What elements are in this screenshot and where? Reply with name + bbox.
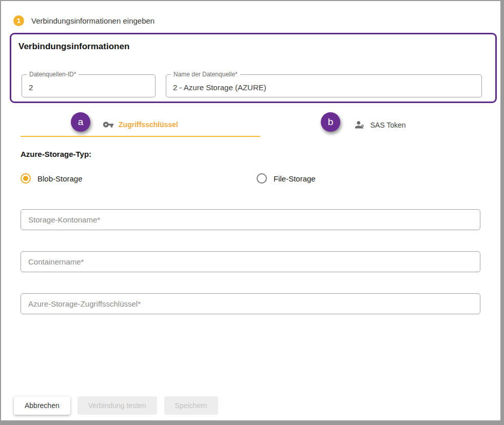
datasource-id-field: Datenquellen-ID* <box>22 74 156 97</box>
radio-file-storage[interactable]: File-Storage <box>257 173 316 184</box>
auth-tabs: Zugriffsschlüssel SAS Token <box>21 113 500 137</box>
radio-file-storage-label: File-Storage <box>274 174 316 183</box>
radio-blob-storage-label: Blob-Storage <box>37 174 83 183</box>
datasource-id-label: Datenquellen-ID* <box>27 71 79 78</box>
tab-zugriffsschluessel[interactable]: Zugriffsschlüssel <box>21 113 260 137</box>
datasource-name-input[interactable] <box>166 75 481 97</box>
step-indicator: 1 Verbindungsinformationen eingeben <box>13 15 154 26</box>
test-connection-button[interactable]: Verbindung testen <box>77 396 157 415</box>
dialog-window: 1 Verbindungsinformationen eingeben Verb… <box>0 0 504 425</box>
step-number-badge: 1 <box>13 15 24 26</box>
save-button[interactable]: Speichern <box>164 396 218 415</box>
datasource-name-label: Name der Datenquelle* <box>171 71 240 78</box>
cancel-button[interactable]: Abbrechen <box>14 396 70 415</box>
tab-sas-token[interactable]: SAS Token <box>260 113 500 137</box>
person-key-icon <box>354 119 365 131</box>
storage-type-label: Azure-Storage-Typ: <box>21 150 91 158</box>
annotation-badge-b: b <box>321 112 340 132</box>
footer-button-row: Abbrechen Verbindung testen Speichern <box>14 396 218 415</box>
connection-fields-row: Datenquellen-ID* Name der Datenquelle* <box>22 74 482 97</box>
container-name-input[interactable] <box>21 251 480 272</box>
radio-unselected-icon <box>257 173 267 184</box>
radio-blob-storage[interactable]: Blob-Storage <box>21 173 83 184</box>
step-label: Verbindungsinformationen eingeben <box>31 16 154 25</box>
connection-info-box: Verbindungsinformationen Datenquellen-ID… <box>10 33 497 103</box>
connection-info-title: Verbindungsinformationen <box>18 42 495 52</box>
tab-sas-token-label: SAS Token <box>370 121 405 129</box>
radio-selected-icon <box>21 173 31 184</box>
azure-storage-access-key-input[interactable] <box>21 293 480 314</box>
datasource-id-input[interactable] <box>22 75 155 97</box>
tab-zugriffsschluessel-label: Zugriffsschlüssel <box>119 120 178 129</box>
key-icon <box>103 119 114 130</box>
datasource-name-field: Name der Datenquelle* <box>166 74 482 97</box>
storage-account-name-input[interactable] <box>21 209 480 230</box>
annotation-badge-a: a <box>71 112 90 132</box>
